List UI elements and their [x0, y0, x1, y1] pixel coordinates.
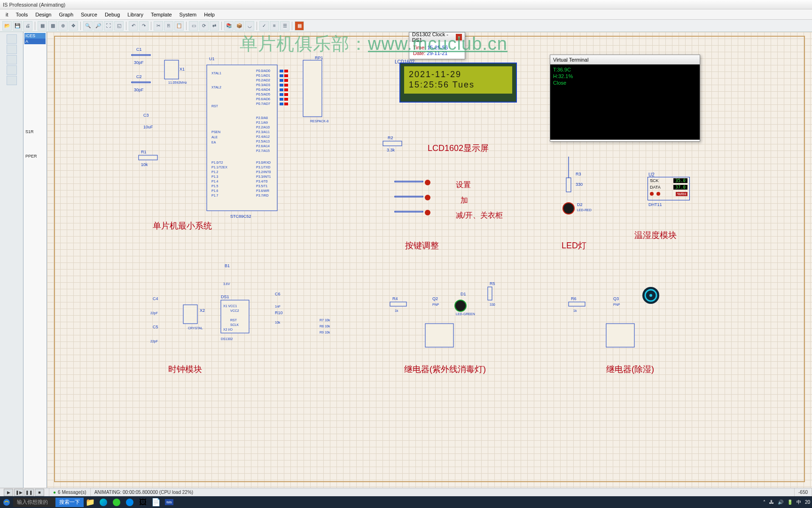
app3-icon[interactable]: 📄	[149, 496, 163, 508]
vterm-output: T:36.9C H:32.1% Close	[550, 64, 700, 140]
tool-erc-icon[interactable]: ✓	[259, 21, 269, 31]
tool-save-icon[interactable]: 💾	[13, 21, 22, 31]
system-tray: ˄ 🖧 🔊 🔋 中 20	[761, 499, 812, 506]
tool-cut-icon[interactable]: ✂	[154, 21, 163, 31]
device-selector: ICES A S1R PPER	[23, 32, 47, 489]
menu-graph[interactable]: Graph	[55, 12, 77, 17]
tool-bom-icon[interactable]: ☰	[280, 21, 289, 31]
menu-source[interactable]: Source	[77, 12, 101, 17]
menu-it[interactable]: it	[2, 12, 12, 17]
mode-bus[interactable]	[7, 76, 17, 85]
svg-text:DS1302: DS1302	[221, 337, 233, 341]
tool-undo-icon[interactable]: ↶	[129, 21, 138, 31]
device-item-selected[interactable]: A	[24, 39, 46, 44]
device-item[interactable]: S1R	[24, 129, 46, 135]
tool-pcb-icon[interactable]: ▦	[295, 21, 304, 31]
svg-text:P2.5/A13: P2.5/A13	[256, 140, 270, 143]
mode-junction[interactable]	[7, 55, 17, 64]
tool-lib-icon[interactable]: 📚	[224, 21, 234, 31]
tool-arc-icon[interactable]: ◡	[245, 21, 254, 31]
svg-point-81	[425, 210, 430, 215]
explorer-icon[interactable]: 📁	[84, 496, 97, 508]
device-item[interactable]: PPER	[24, 153, 46, 159]
lcd-screen: 2021-11-29 15:25:56 Tues	[404, 66, 512, 94]
svg-text:X1  VCC1: X1 VCC1	[223, 304, 237, 308]
tool-gridfine-icon[interactable]: ▩	[48, 21, 57, 31]
edge-icon[interactable]	[97, 496, 110, 508]
app1-icon[interactable]	[123, 496, 136, 508]
svg-text:STC89C52: STC89C52	[230, 214, 251, 219]
tool-origin-icon[interactable]: ⊕	[58, 21, 68, 31]
label-sub: 减/开、关衣柜	[456, 211, 503, 221]
tool-zoomout-icon[interactable]: 🔎	[94, 21, 103, 31]
svg-text:RESPACK-8: RESPACK-8	[310, 119, 328, 123]
tool-redo-icon[interactable]: ↷	[139, 21, 148, 31]
tool-zoomin-icon[interactable]: 🔍	[83, 21, 93, 31]
tool-pkg-icon[interactable]: 📦	[234, 21, 244, 31]
mode-wirelabel[interactable]	[7, 65, 17, 75]
tray-net-icon[interactable]: 🖧	[769, 500, 774, 505]
ds1302-title: DS1302 Clock - DS1	[412, 32, 456, 43]
tool-grid-icon[interactable]: ▦	[38, 21, 47, 31]
svg-rect-71	[284, 98, 288, 101]
menu-library[interactable]: Library	[124, 12, 147, 17]
ds1302-clock-window[interactable]: DS1302 Clock - DS1 × Time: 15-25-56 Date…	[409, 32, 465, 59]
svg-rect-85	[566, 178, 571, 192]
tool-copy-icon[interactable]: ⎘	[164, 21, 173, 31]
schematic-canvas[interactable]: 单片机俱乐部：www.mcuclub.cn C1 30pF C2 30pF X1…	[47, 32, 812, 489]
taskbar-search[interactable]: 输入你想搜的	[13, 498, 55, 507]
tray-up-icon[interactable]: ˄	[763, 500, 765, 505]
svg-text:1k: 1k	[395, 309, 398, 312]
svg-text:P2.1/A9: P2.1/A9	[256, 121, 268, 124]
virtual-terminal-window[interactable]: Virtual Terminal T:36.9C H:32.1% Close	[550, 55, 700, 142]
mode-component[interactable]	[7, 45, 17, 54]
mode-selection[interactable]	[7, 34, 17, 44]
search-button[interactable]: 搜索一下	[55, 498, 84, 507]
close-icon[interactable]: ×	[456, 34, 462, 40]
tool-mirror-icon[interactable]: ⇄	[210, 21, 219, 31]
play-button[interactable]: ▶	[4, 489, 13, 496]
svg-text:P2.7/A15: P2.7/A15	[256, 149, 270, 152]
svg-text:10k: 10k	[275, 321, 281, 324]
tool-zoomfit-icon[interactable]: ⛶	[104, 21, 113, 31]
tool-paste-icon[interactable]: 📋	[174, 21, 184, 31]
dht-ref: U2	[648, 172, 655, 177]
tray-battery-icon[interactable]: 🔋	[787, 500, 793, 505]
svg-rect-4	[132, 82, 150, 83]
menu-template[interactable]: Template	[147, 12, 176, 17]
app2-icon[interactable]: 🖼	[136, 496, 149, 508]
status-messages[interactable]: ●6 Message(s)	[49, 488, 91, 496]
svg-text:30pF: 30pF	[134, 60, 144, 65]
svg-rect-115	[390, 302, 406, 306]
browser-icon[interactable]	[110, 496, 123, 508]
dht11-component[interactable]: SCK35.0 DATA37.0 %RH	[648, 177, 690, 200]
stop-button[interactable]: ■	[35, 489, 44, 496]
label-keys: 按键调整	[405, 240, 439, 251]
svg-rect-75	[383, 141, 402, 146]
isis-icon[interactable]: isis	[163, 496, 176, 508]
svg-text:ALE: ALE	[211, 135, 218, 139]
step-button[interactable]: ❚▶	[14, 489, 23, 496]
menu-system[interactable]: System	[176, 12, 201, 17]
svg-text:R1: R1	[141, 150, 147, 154]
tool-net-icon[interactable]: ≡	[270, 21, 279, 31]
tool-zoomsel-icon[interactable]: ◱	[114, 21, 124, 31]
tool-pan-icon[interactable]: ✥	[69, 21, 78, 31]
tool-print-icon[interactable]: 🖨	[23, 21, 32, 31]
label-set: 设置	[456, 180, 471, 190]
tool-open-icon[interactable]: 📂	[2, 21, 12, 31]
ie-icon[interactable]	[3, 499, 10, 506]
tray-ime[interactable]: 中	[796, 499, 801, 506]
tool-rotate-icon[interactable]: ⟳	[199, 21, 209, 31]
menu-tools[interactable]: Tools	[12, 12, 32, 17]
mode-palette	[0, 32, 23, 489]
status-animation: ANIMATING: 00:00:05.800000 (CPU load 22%…	[91, 488, 795, 496]
lcd1602-component[interactable]: 2021-11-29 15:25:56 Tues	[399, 63, 517, 103]
menu-debug[interactable]: Debug	[101, 12, 124, 17]
svg-rect-61	[284, 74, 288, 77]
menu-help[interactable]: Help	[200, 12, 219, 17]
pause-button[interactable]: ❚❚	[24, 489, 34, 496]
menu-design[interactable]: Design	[31, 12, 55, 17]
tool-block-icon[interactable]: ▭	[189, 21, 198, 31]
tray-vol-icon[interactable]: 🔊	[778, 500, 783, 505]
